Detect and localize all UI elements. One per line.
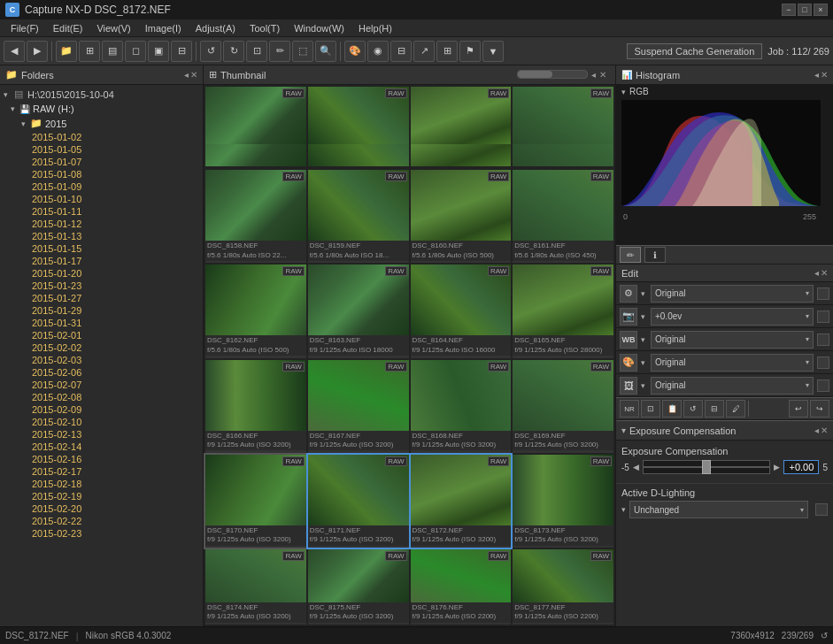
date-item-4[interactable]: 2015-01-09 <box>0 180 203 193</box>
edit-row-5-check[interactable] <box>817 380 829 392</box>
date-item-25[interactable]: 2015-02-14 <box>0 441 203 453</box>
refresh-icon[interactable]: ↺ <box>821 631 828 640</box>
folder-button[interactable]: 📁 <box>56 41 77 62</box>
date-item-2[interactable]: 2015-01-07 <box>0 156 203 168</box>
tool1-button[interactable]: ✏ <box>269 41 290 62</box>
et-undo-btn[interactable]: ↩ <box>789 400 808 418</box>
et-btn-4[interactable]: ↺ <box>683 400 703 418</box>
tree-drive[interactable]: ▾ 💾 RAW (H:) <box>0 102 203 116</box>
date-item-10[interactable]: 2015-01-17 <box>0 255 203 267</box>
date-item-8[interactable]: 2015-01-13 <box>0 230 203 242</box>
thumb-cell-14[interactable]: RAW DSC_8171.NEF f/9 1/125s Auto (ISO 32… <box>308 455 409 548</box>
rotate-r-button[interactable]: ↻ <box>223 41 244 62</box>
thumb-cell-17[interactable]: RAW DSC_8174.NEF f/9 1/125s Auto (ISO 32… <box>205 549 306 625</box>
date-item-0[interactable]: 2015-01-02 <box>0 131 203 143</box>
date-item-23[interactable]: 2015-02-10 <box>0 416 203 428</box>
date-item-26[interactable]: 2015-02-16 <box>0 453 203 465</box>
date-item-20[interactable]: 2015-02-07 <box>0 379 203 391</box>
view2-button[interactable]: ◻ <box>125 41 146 62</box>
thumb-cell-top1[interactable]: RAW <box>205 87 306 166</box>
date-item-22[interactable]: 2015-02-09 <box>0 403 203 416</box>
dlighting-check[interactable] <box>815 503 828 516</box>
thumb-cell-8[interactable]: RAW DSC_8165.NEF f/9 1/125s Auto (ISO 28… <box>513 264 613 357</box>
date-item-27[interactable]: 2015-02-17 <box>0 465 203 478</box>
et-btn-1[interactable]: NR <box>620 400 639 418</box>
et-btn-3[interactable]: 📋 <box>662 400 682 418</box>
date-item-17[interactable]: 2015-02-02 <box>0 341 203 354</box>
menu-edit[interactable]: Edit(E) <box>46 21 90 35</box>
view1-button[interactable]: ▤ <box>102 41 123 62</box>
edit-row-4-check[interactable] <box>817 356 829 369</box>
dlighting-expand-icon[interactable]: ▾ <box>621 505 626 514</box>
thumb-cell-3[interactable]: RAW DSC_8160.NEF f/5.6 1/80s Auto (ISO 5… <box>411 170 512 263</box>
ec-right-arrow[interactable]: ▶ <box>774 463 780 472</box>
date-item-32[interactable]: 2015-02-23 <box>0 527 203 540</box>
edit-row-3-select[interactable]: Original <box>651 331 814 349</box>
date-item-19[interactable]: 2015-02-06 <box>0 366 203 379</box>
date-item-24[interactable]: 2015-02-13 <box>0 428 203 441</box>
date-item-13[interactable]: 2015-01-27 <box>0 292 203 304</box>
date-item-21[interactable]: 2015-02-08 <box>0 391 203 403</box>
date-item-7[interactable]: 2015-01-12 <box>0 218 203 230</box>
minimize-button[interactable]: − <box>782 4 796 16</box>
date-item-1[interactable]: 2015-01-05 <box>0 143 203 156</box>
tool2-button[interactable]: ⬚ <box>292 41 313 62</box>
flag-button[interactable]: ⚑ <box>459 41 481 62</box>
menu-file[interactable]: File(F) <box>4 21 46 35</box>
menu-window[interactable]: Window(W) <box>287 21 351 35</box>
date-item-18[interactable]: 2015-02-03 <box>0 354 203 366</box>
thumb-close-icon[interactable]: ✕ <box>599 70 606 80</box>
et-btn-2[interactable]: ⊡ <box>641 400 660 418</box>
edit-expand-btn[interactable]: ◂ <box>814 268 819 278</box>
active-dlighting-select[interactable]: Unchanged <box>629 501 808 518</box>
close-button[interactable]: × <box>814 4 828 16</box>
view4-button[interactable]: ⊟ <box>171 41 192 62</box>
date-item-29[interactable]: 2015-02-19 <box>0 490 203 502</box>
date-item-12[interactable]: 2015-01-23 <box>0 280 203 292</box>
thumb-cell-15[interactable]: RAW DSC_8172.NEF f/9 1/125s Auto (ISO 32… <box>411 455 512 548</box>
date-item-11[interactable]: 2015-01-20 <box>0 267 203 280</box>
stamp-button[interactable]: ◉ <box>367 41 389 62</box>
date-item-16[interactable]: 2015-02-01 <box>0 329 203 341</box>
thumb-cell-4[interactable]: RAW DSC_8161.NEF f/5.6 1/80s Auto (ISO 4… <box>513 170 613 263</box>
edit-row-2-select[interactable]: +0.0ev <box>651 308 814 326</box>
edit-row-2-expand[interactable]: ▾ <box>641 312 645 321</box>
edit-tab-adjust[interactable]: ✏ <box>620 247 641 263</box>
folders-close-btn[interactable]: ✕ <box>190 70 197 80</box>
back-button[interactable]: ◀ <box>4 41 25 62</box>
thumb-cell-13[interactable]: RAW DSC_8170.NEF f/9 1/125s Auto (ISO 32… <box>205 455 306 548</box>
thumb-cell-11[interactable]: RAW DSC_8168.NEF f/9 1/125s Auto (ISO 32… <box>411 360 512 453</box>
thumb-slider-area[interactable] <box>517 70 588 79</box>
et-btn-5[interactable]: ⊟ <box>705 400 724 418</box>
edit-row-4-expand[interactable]: ▾ <box>641 358 645 367</box>
edit-tab-info[interactable]: ℹ <box>644 247 666 263</box>
menu-view[interactable]: View(V) <box>89 21 137 35</box>
thumb-cell-10[interactable]: RAW DSC_8167.NEF f/9 1/125s Auto (ISO 32… <box>308 360 409 453</box>
date-item-5[interactable]: 2015-01-10 <box>0 193 203 205</box>
menu-image[interactable]: Image(I) <box>138 21 189 35</box>
crop-button[interactable]: ⊡ <box>246 41 267 62</box>
maximize-button[interactable]: □ <box>798 4 812 16</box>
edit-row-1-expand[interactable]: ▾ <box>641 289 645 298</box>
screen-button[interactable]: ⊞ <box>436 41 458 62</box>
tool3-button[interactable]: 🔍 <box>315 41 336 62</box>
date-item-3[interactable]: 2015-01-08 <box>0 168 203 180</box>
rotate-l-button[interactable]: ↺ <box>200 41 221 62</box>
histogram-close-btn[interactable]: ✕ <box>821 70 828 80</box>
thumb-cell-top2[interactable]: RAW <box>308 87 409 166</box>
grid-button[interactable]: ⊞ <box>79 41 100 62</box>
histogram-dropdown-arrow[interactable]: ▾ <box>621 88 626 96</box>
thumbnail-grid[interactable]: RAW RAW RAW RAW RAW DSC_8158.NEF <box>204 85 615 626</box>
edit-row-1-select[interactable]: Original <box>651 285 814 303</box>
menu-adjust[interactable]: Adjust(A) <box>189 21 243 35</box>
menu-help[interactable]: Help(H) <box>351 21 399 35</box>
thumb-cell-5[interactable]: RAW DSC_8162.NEF f/5.6 1/80s Auto (ISO 5… <box>205 264 306 357</box>
folders-expand-btn[interactable]: ◂ <box>184 70 189 80</box>
thumb-cell-top3[interactable]: RAW <box>411 87 512 166</box>
ec-close-btn[interactable]: ✕ <box>821 426 828 435</box>
forward-button[interactable]: ▶ <box>27 41 48 62</box>
folders-tree[interactable]: ▾ ▤ H:\2015\2015-10-04 ▾ 💾 RAW (H:) ▾ 📁 … <box>0 85 203 626</box>
color-button[interactable]: 🎨 <box>344 41 366 62</box>
edit-close-btn[interactable]: ✕ <box>821 268 828 278</box>
et-redo-btn[interactable]: ↪ <box>810 400 829 418</box>
